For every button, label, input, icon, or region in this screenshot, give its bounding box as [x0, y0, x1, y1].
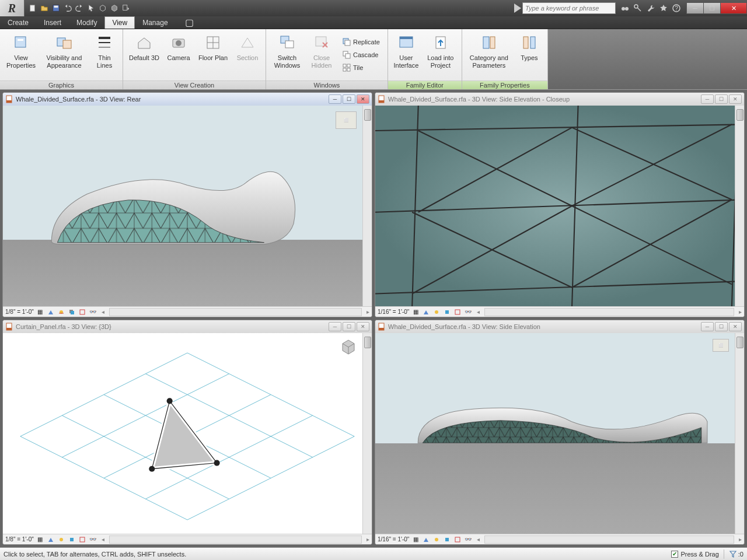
viewcube[interactable]: ⬜ — [336, 111, 357, 129]
save-icon[interactable] — [50, 2, 62, 14]
star-icon[interactable] — [658, 2, 669, 14]
types-button[interactable]: Types — [514, 30, 545, 79]
vertical-scrollbar[interactable] — [362, 333, 372, 534]
tab-manage[interactable]: Manage — [135, 16, 175, 29]
crop-icon[interactable] — [78, 308, 86, 316]
view-properties-button[interactable]: View Properties — [2, 30, 40, 79]
view-titlebar[interactable]: Whale_Divided_Surface.rfa - 3D View: Sid… — [375, 320, 744, 333]
viewcube[interactable] — [340, 339, 357, 355]
close-button[interactable]: ✕ — [720, 2, 747, 14]
floor-plan-button[interactable]: Floor Plan — [194, 30, 232, 79]
view-minimize-button[interactable]: ─ — [701, 94, 714, 104]
vertical-scrollbar[interactable] — [735, 106, 744, 306]
view-close-button[interactable]: ✕ — [357, 322, 369, 331]
viewcube[interactable]: ⬜ — [713, 339, 729, 352]
tab-modify[interactable]: Modify — [69, 16, 104, 29]
view-close-button[interactable]: ✕ — [729, 322, 742, 331]
view-minimize-button[interactable]: ─ — [329, 322, 341, 331]
view-maximize-button[interactable]: ☐ — [715, 94, 728, 104]
view-titlebar[interactable]: Whale_Divided_Surface.rfa - 3D View: Rea… — [3, 93, 372, 106]
replicate-button[interactable]: Replicate — [338, 36, 384, 48]
minimize-button[interactable]: ─ — [686, 2, 704, 14]
view-minimize-button[interactable]: ─ — [701, 322, 714, 331]
sun-path-icon[interactable] — [57, 536, 65, 544]
view-titlebar[interactable]: Whale_Divided_Surface.rfa - 3D View: Sid… — [375, 93, 744, 106]
undo-icon[interactable] — [62, 2, 74, 14]
view-maximize-button[interactable]: ☐ — [715, 322, 728, 331]
default-3d-button[interactable]: Default 3D — [125, 30, 163, 79]
tab-insert[interactable]: Insert — [36, 16, 69, 29]
tab-view[interactable]: View — [104, 16, 135, 29]
view-canvas[interactable]: ⬜ — [3, 106, 372, 306]
view-scale[interactable]: 1/8" = 1'-0" — [5, 309, 34, 315]
view-maximize-button[interactable]: ☐ — [343, 94, 355, 104]
cube-icon[interactable] — [97, 2, 109, 14]
switch-windows-button[interactable]: Switch Windows — [268, 30, 306, 79]
help-toggle-icon[interactable]: ▢ — [180, 16, 198, 29]
shadows-icon[interactable] — [443, 536, 451, 544]
visual-style-icon[interactable] — [422, 536, 430, 544]
user-interface-button[interactable]: User Interface — [390, 30, 422, 79]
view-titlebar[interactable]: Curtain_Panel.rfa - 3D View: {3D} ─ ☐ ✕ — [3, 320, 372, 333]
press-drag-toggle[interactable]: ✔ Press & Drag — [671, 551, 718, 558]
search-trigger-icon[interactable] — [514, 4, 521, 13]
cascade-button[interactable]: Cascade — [338, 48, 384, 61]
help-icon[interactable]: ? — [671, 2, 682, 14]
maximize-button[interactable]: ☐ — [703, 2, 721, 14]
view-canvas[interactable] — [3, 333, 372, 534]
horizontal-scrollbar[interactable] — [109, 536, 362, 544]
key-icon[interactable] — [632, 2, 644, 14]
view-close-button[interactable]: ✕ — [729, 94, 742, 104]
horizontal-scrollbar[interactable] — [484, 308, 734, 316]
hide-icon[interactable]: 👓 — [89, 536, 97, 544]
view-canvas[interactable]: ⬜ — [375, 333, 744, 534]
detail-level-icon[interactable]: ▦ — [411, 536, 420, 544]
redo-icon[interactable] — [74, 2, 85, 14]
hide-icon[interactable]: 👓 — [464, 536, 472, 544]
hide-icon[interactable]: 👓 — [89, 308, 97, 316]
horizontal-scrollbar[interactable] — [484, 536, 734, 544]
visual-style-icon[interactable] — [47, 536, 55, 544]
view-minimize-button[interactable]: ─ — [329, 94, 341, 104]
view-canvas[interactable] — [375, 106, 744, 306]
camera-button[interactable]: Camera — [163, 30, 194, 79]
selection-filter[interactable]: :0 — [729, 550, 743, 558]
visibility-button[interactable]: Visibility and Appearance — [40, 30, 89, 79]
vertical-scrollbar[interactable] — [735, 333, 744, 534]
view-scale[interactable]: 1/16" = 1'-0" — [378, 309, 409, 315]
shadows-icon[interactable] — [443, 308, 451, 316]
pointer-icon[interactable] — [85, 2, 97, 14]
cube2-icon[interactable] — [109, 2, 120, 14]
tile-button[interactable]: Tile — [338, 61, 384, 74]
new-icon[interactable] — [27, 2, 39, 14]
dropdown-icon[interactable] — [120, 2, 132, 14]
open-icon[interactable] — [39, 2, 50, 14]
wrench-icon[interactable] — [645, 2, 657, 14]
view-scale[interactable]: 1/8" = 1'-0" — [5, 536, 34, 542]
horizontal-scrollbar[interactable] — [109, 308, 362, 316]
shadows-icon[interactable] — [68, 308, 76, 316]
sun-path-icon[interactable] — [432, 536, 441, 544]
view-maximize-button[interactable]: ☐ — [343, 322, 355, 331]
crop-icon[interactable] — [453, 308, 462, 316]
sun-path-icon[interactable] — [432, 308, 441, 316]
visual-style-icon[interactable] — [47, 308, 55, 316]
binoculars-icon[interactable] — [619, 2, 631, 14]
sun-path-icon[interactable] — [57, 308, 65, 316]
detail-level-icon[interactable]: ▦ — [411, 308, 420, 316]
crop-icon[interactable] — [78, 536, 86, 544]
search-input[interactable] — [522, 2, 616, 14]
tab-create[interactable]: Create — [0, 16, 36, 29]
category-params-button[interactable]: Category and Parameters — [465, 30, 514, 79]
thin-lines-button[interactable]: Thin Lines — [89, 30, 120, 79]
detail-level-icon[interactable]: ▦ — [36, 536, 44, 544]
vertical-scrollbar[interactable] — [362, 106, 372, 306]
crop-icon[interactable] — [453, 536, 462, 544]
app-menu-button[interactable]: R — [0, 0, 25, 16]
visual-style-icon[interactable] — [422, 308, 430, 316]
shadows-icon[interactable] — [68, 536, 76, 544]
load-into-project-button[interactable]: Load into Project — [422, 30, 459, 79]
hide-icon[interactable]: 👓 — [464, 308, 472, 316]
detail-level-icon[interactable]: ▦ — [36, 308, 44, 316]
view-close-button[interactable]: ✕ — [357, 94, 369, 104]
